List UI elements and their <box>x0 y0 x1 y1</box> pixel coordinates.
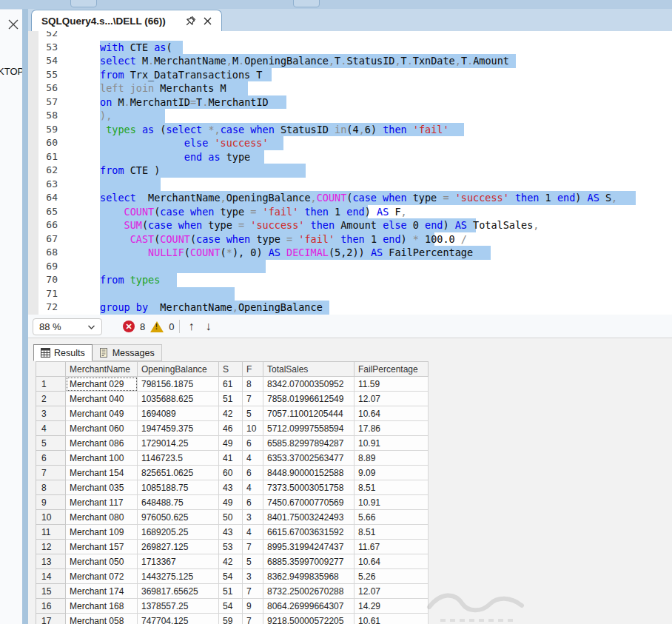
grid-cell[interactable]: 6885.35997009277 <box>263 554 355 569</box>
grid-cell[interactable]: 7 <box>243 392 263 406</box>
grid-cell[interactable]: 10.91 <box>355 495 429 510</box>
grid-cell[interactable]: 6615.67003631592 <box>263 525 355 540</box>
column-header[interactable]: F <box>243 362 263 377</box>
grid-cell[interactable]: 3 <box>243 569 263 584</box>
grid-cell[interactable]: 10.64 <box>355 554 429 569</box>
grid-cell[interactable]: 1146723.5 <box>138 451 219 466</box>
grid-cell[interactable]: 6 <box>243 495 263 510</box>
grid-cell[interactable]: Merchant 050 <box>66 554 138 569</box>
grid-cell[interactable]: Merchant 049 <box>66 406 138 421</box>
grid-cell[interactable]: 8.89 <box>355 451 429 466</box>
grid-cell[interactable]: 59 <box>219 614 243 624</box>
close-tab-icon[interactable] <box>201 15 214 27</box>
code-line[interactable]: end as type <box>100 150 250 164</box>
grid-cell[interactable]: 61 <box>219 377 243 392</box>
grid-cell[interactable]: 369817.65625 <box>138 584 219 599</box>
tab-messages[interactable]: Messages <box>93 344 162 361</box>
grid-cell[interactable]: 8732.25002670288 <box>263 584 355 599</box>
row-number[interactable]: 16 <box>36 599 66 614</box>
grid-cell[interactable]: 269827.125 <box>138 540 219 554</box>
grid-cell[interactable]: 1713367 <box>138 554 219 569</box>
query-tab[interactable]: SQLQuery4.s...\DELL (66)) <box>31 10 222 31</box>
grid-cell[interactable]: 53 <box>219 540 243 554</box>
grid-cell[interactable]: 43 <box>219 480 243 495</box>
grid-cell[interactable]: 12.07 <box>355 584 429 599</box>
code-line[interactable]: SUM(case when type = 'success' then Amou… <box>100 218 540 232</box>
row-number[interactable]: 14 <box>36 569 66 584</box>
warning-icon[interactable] <box>150 321 164 332</box>
grid-cell[interactable]: 11.67 <box>355 540 429 554</box>
row-number[interactable]: 11 <box>36 525 66 540</box>
grid-cell[interactable]: Merchant 109 <box>66 525 138 540</box>
grid-cell[interactable]: 8342.07000350952 <box>263 377 355 392</box>
code-line[interactable]: from types <box>100 273 160 287</box>
code-line[interactable]: CAST(COUNT(case when type = 'fail' then … <box>100 232 467 246</box>
code-line[interactable]: else 'success' <box>100 136 269 150</box>
grid-cell[interactable]: 6353.37002563477 <box>263 451 355 466</box>
grid-cell[interactable]: 54 <box>219 599 243 614</box>
grid-cell[interactable]: 648488.75 <box>138 495 219 510</box>
grid-cell[interactable]: 1085188.75 <box>138 480 219 495</box>
column-header[interactable]: S <box>219 362 243 377</box>
toolbar-button-partial[interactable] <box>293 0 320 7</box>
grid-cell[interactable]: 10 <box>243 421 263 436</box>
grid-cell[interactable]: 8.51 <box>355 480 429 495</box>
grid-cell[interactable]: Merchant 080 <box>66 510 138 525</box>
grid-cell[interactable]: 9 <box>243 599 263 614</box>
grid-cell[interactable]: 50 <box>219 510 243 525</box>
row-number[interactable]: 10 <box>36 510 66 525</box>
code-line[interactable]: on M.MerchantID=T.MerchantID <box>100 95 269 110</box>
code-line[interactable]: from CTE ) <box>100 164 160 178</box>
grid-cell[interactable]: 7 <box>243 614 263 624</box>
code-line[interactable]: with CTE as( <box>100 41 172 55</box>
grid-cell[interactable]: 5712.09997558594 <box>263 421 355 436</box>
grid-cell[interactable]: 7 <box>243 584 263 599</box>
grid-cell[interactable]: 798156.1875 <box>138 377 219 392</box>
column-header[interactable]: MerchantName <box>66 362 138 377</box>
row-number[interactable]: 9 <box>36 495 66 510</box>
grid-cell[interactable]: Merchant 174 <box>66 584 138 599</box>
grid-cell[interactable]: 1694089 <box>138 406 219 421</box>
row-number[interactable]: 5 <box>36 436 66 451</box>
grid-cell[interactable]: 5.66 <box>355 510 429 525</box>
grid-cell[interactable]: 8064.26999664307 <box>263 599 355 614</box>
grid-cell[interactable]: 7373.50003051758 <box>263 480 355 495</box>
row-number[interactable]: 4 <box>36 421 66 436</box>
grid-cell[interactable]: 7450.67000770569 <box>263 495 355 510</box>
panel-splitter[interactable] <box>22 9 28 624</box>
grid-cell[interactable]: 7858.01996612549 <box>263 392 355 406</box>
grid-cell[interactable]: Merchant 058 <box>66 614 138 624</box>
grid-cell[interactable]: 10.91 <box>355 436 429 451</box>
grid-cell[interactable]: Merchant 040 <box>66 392 138 406</box>
error-icon[interactable]: ✕ <box>123 321 135 332</box>
grid-cell[interactable]: Merchant 035 <box>66 480 138 495</box>
grid-cell[interactable]: 976050.625 <box>138 510 219 525</box>
grid-cell[interactable]: 51 <box>219 584 243 599</box>
row-number[interactable]: 15 <box>36 584 66 599</box>
grid-cell[interactable]: 8995.31994247437 <box>263 540 355 554</box>
row-number[interactable]: 3 <box>36 406 66 421</box>
code-line[interactable]: left join Merchants M <box>100 81 226 95</box>
grid-cell[interactable]: Merchant 029 <box>66 377 138 392</box>
grid-cell[interactable]: 42 <box>219 554 243 569</box>
grid-cell[interactable]: 825651.0625 <box>138 466 219 480</box>
grid-cell[interactable]: 46 <box>219 421 243 436</box>
grid-cell[interactable]: 12.07 <box>355 392 429 406</box>
code-line[interactable]: select M.MerchantName,M.OpeningBalance,T… <box>100 54 509 68</box>
grid-cell[interactable]: 49 <box>219 436 243 451</box>
grid-cell[interactable]: 5 <box>243 554 263 569</box>
zoom-dropdown[interactable]: 88 % <box>33 318 102 335</box>
grid-cell[interactable]: 1947459.375 <box>138 421 219 436</box>
row-number[interactable]: 7 <box>36 466 66 480</box>
row-number[interactable]: 17 <box>36 614 66 624</box>
code-line[interactable]: from Trx_DataTransactions T <box>100 68 262 82</box>
grid-cell[interactable]: 41 <box>219 451 243 466</box>
code-line[interactable]: types as (select *,case when StatusID in… <box>100 123 449 137</box>
grid-cell[interactable]: 42 <box>219 406 243 421</box>
grid-cell[interactable]: Merchant 060 <box>66 421 138 436</box>
grid-cell[interactable]: 8401.75003242493 <box>263 510 355 525</box>
row-number[interactable]: 12 <box>36 540 66 554</box>
grid-cell[interactable]: 7057.11001205444 <box>263 406 355 421</box>
grid-cell[interactable]: 6585.82997894287 <box>263 436 355 451</box>
grid-cell[interactable]: 10.64 <box>355 406 429 421</box>
